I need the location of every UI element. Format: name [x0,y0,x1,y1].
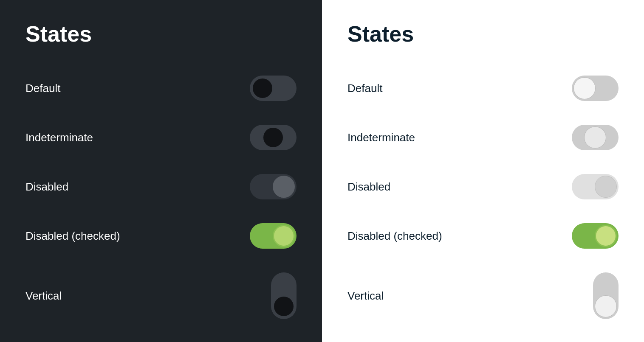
dark-disabled-toggle [250,174,297,199]
light-disabled-checked-toggle [572,223,619,249]
dark-vertical-label: Vertical [25,289,62,303]
dark-panel: States Default Indeterminate Disabled [0,0,322,342]
light-indeterminate-toggle[interactable] [572,125,619,150]
light-vertical-row: Vertical [347,261,619,331]
dark-default-toggle[interactable] [250,76,297,101]
dark-disabled-checked-toggle [250,223,297,249]
dark-disabled-toggle-wrapper [246,174,297,199]
light-disabled-checked-row: Disabled (checked) [347,211,619,261]
light-indeterminate-toggle-wrapper [568,125,619,150]
light-default-toggle-wrapper [568,76,619,101]
light-indeterminate-row: Indeterminate [347,113,619,162]
dark-vertical-toggle-wrapper [246,272,297,319]
dark-indeterminate-toggle[interactable] [250,125,297,150]
dark-vertical-thumb [273,295,295,317]
dark-default-thumb [251,77,274,99]
light-default-label: Default [347,82,382,95]
light-disabled-checked-thumb [595,225,617,247]
light-disabled-row: Disabled [347,162,619,211]
light-default-thumb [573,77,596,99]
dark-vertical-row: Vertical [25,261,297,331]
light-vertical-toggle[interactable] [593,272,619,319]
light-indeterminate-thumb [584,126,606,149]
light-disabled-label: Disabled [347,180,390,193]
light-disabled-checked-label: Disabled (checked) [347,230,442,243]
dark-disabled-checked-thumb [273,225,295,247]
dark-disabled-checked-label: Disabled (checked) [25,230,120,243]
light-default-toggle[interactable] [572,76,619,101]
dark-indeterminate-toggle-wrapper [246,125,297,150]
dark-indeterminate-row: Indeterminate [25,113,297,162]
dark-default-row: Default [25,64,297,113]
dark-disabled-thumb [273,176,295,198]
light-disabled-toggle [572,174,619,199]
light-panel: States Default Indeterminate Disabled [322,0,644,342]
dark-default-label: Default [25,82,60,95]
light-disabled-checked-toggle-wrapper [568,223,619,249]
light-vertical-label: Vertical [347,289,384,303]
dark-panel-title: States [25,21,297,47]
dark-disabled-checked-row: Disabled (checked) [25,211,297,261]
dark-disabled-row: Disabled [25,162,297,211]
light-indeterminate-label: Indeterminate [347,131,415,144]
light-panel-title: States [347,21,619,47]
dark-default-toggle-wrapper [246,76,297,101]
light-vertical-toggle-wrapper [568,272,619,319]
light-vertical-thumb [595,295,617,317]
light-disabled-toggle-wrapper [568,174,619,199]
dark-indeterminate-label: Indeterminate [25,131,93,144]
dark-disabled-checked-toggle-wrapper [246,223,297,249]
light-default-row: Default [347,64,619,113]
dark-vertical-toggle[interactable] [271,272,297,319]
light-disabled-thumb [595,176,617,198]
dark-indeterminate-thumb [262,126,284,149]
dark-disabled-label: Disabled [25,180,68,193]
